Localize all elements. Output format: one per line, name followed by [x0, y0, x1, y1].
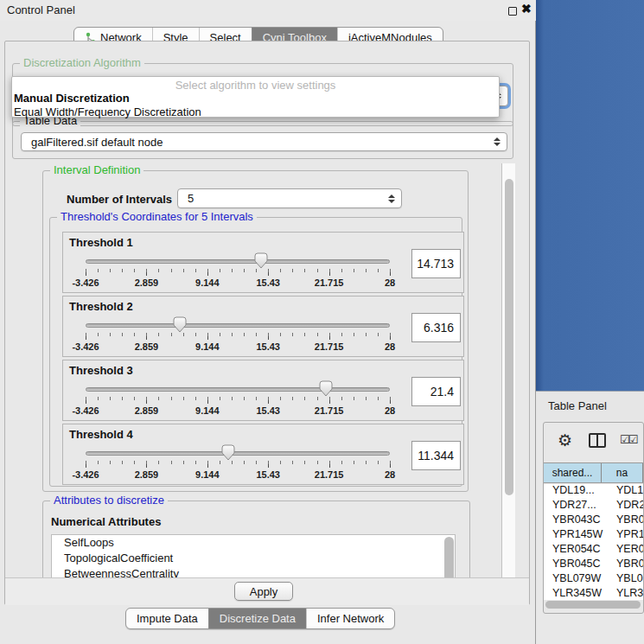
tick-label: 9.144 [195, 277, 220, 288]
tick-label: 28 [385, 341, 395, 352]
column-header[interactable]: na [602, 463, 643, 482]
table-row[interactable]: YDR27...YDR2 [544, 499, 643, 513]
tab-impute-data[interactable]: Impute Data [126, 609, 208, 628]
tick-label: 15.43 [256, 469, 280, 480]
tick-label: 21.715 [315, 405, 344, 416]
threshold-value-field[interactable]: 6.316 [411, 313, 461, 342]
tick-label: 15.43 [256, 405, 280, 416]
threshold-label: Threshold 1 [69, 236, 133, 249]
float-window-icon[interactable] [508, 7, 517, 16]
algorithm-dropdown-popup: Select algorithm to view settings Manual… [11, 76, 500, 118]
panel-title: Control Panel [7, 3, 75, 16]
num-intervals-label: Number of Intervals [67, 193, 172, 206]
table-panel-title: Table Panel [548, 399, 607, 412]
numerical-attributes-label: Numerical Attributes [51, 515, 161, 528]
table-hscrollbar[interactable] [545, 601, 641, 609]
tab-infer-network[interactable]: Infer Network [306, 609, 394, 628]
gear-icon[interactable]: ⚙ [558, 430, 572, 450]
tick-label: 9.144 [195, 405, 220, 416]
table-rows: YDL19...YDL1YDR27...YDR2YBR043CYBR0YPR14… [544, 484, 643, 600]
table-row[interactable]: YBL079WYBL0 [544, 572, 643, 587]
tick-label: 28 [385, 277, 395, 288]
attribute-item[interactable]: TopologicalCoefficient [52, 551, 455, 566]
table-header: shared...na [544, 462, 643, 483]
threshold-panel: Threshold 4-3.4262.8599.14415.4321.71528… [62, 424, 464, 485]
tick-label: 21.715 [315, 469, 344, 480]
table-data-combo[interactable]: galFiltered.sif default node [21, 132, 507, 151]
tick-label: 21.715 [315, 341, 344, 352]
threshold-value-field[interactable]: 21.4 [411, 377, 461, 406]
select-columns-icon[interactable]: ☑☑ [620, 433, 636, 446]
discretization-algorithm-title: Discretization Algorithm [20, 56, 144, 69]
table-toolbar: ⚙ ☑☑ [544, 423, 643, 461]
threshold-coordinates-group: Threshold's Coordinates for 5 Intervals … [49, 217, 462, 487]
table-row[interactable]: YDL19...YDL1 [544, 484, 643, 499]
tick-label: 2.859 [135, 405, 159, 416]
threshold-label: Threshold 4 [69, 428, 133, 441]
tick-label: -3.426 [72, 469, 99, 480]
threshold-panel: Threshold 3-3.4262.8599.14415.4321.71528… [62, 360, 464, 421]
apply-bar: Apply [5, 577, 529, 605]
attribute-item[interactable]: SelfLoops [52, 535, 455, 551]
table-row[interactable]: YLR345WYLR3 [544, 587, 643, 600]
settings-scrollbar-thumb[interactable] [505, 179, 513, 495]
tick-label: 2.859 [135, 341, 159, 352]
control-panel-titlebar: Control Panel ✖ [0, 0, 536, 21]
column-header[interactable]: shared... [544, 463, 602, 482]
attributes-list-scrollbar[interactable] [444, 537, 454, 578]
algorithm-hint: Select algorithm to view settings [12, 79, 499, 92]
settings-scrollpane: Interval Definition Number of Intervals … [12, 163, 515, 578]
settings-scrollbar[interactable] [501, 163, 515, 578]
slider-minor-ticks [86, 333, 391, 336]
close-icon[interactable]: ✖ [521, 2, 532, 16]
table-row[interactable]: YBR043CYBR0 [544, 513, 643, 528]
threshold-value-field[interactable]: 14.713 [411, 249, 461, 278]
slider-minor-ticks [86, 269, 391, 272]
numerical-attributes-list[interactable]: SelfLoopsTopologicalCoefficientBetweenne… [51, 534, 456, 578]
network-desktop: GAL80GAGAL11CGAL4GCY1HHAP2 [536, 0, 644, 391]
cyni-toolbox-panel: Discretization Algorithm Table Data galF… [4, 41, 530, 605]
interval-definition-group: Interval Definition Number of Intervals … [42, 170, 469, 492]
threshold-coordinates-title: Threshold's Coordinates for 5 Intervals [57, 210, 257, 223]
combo-arrows-icon [388, 194, 395, 203]
columns-icon[interactable] [589, 433, 606, 448]
slider-minor-ticks [86, 461, 391, 464]
tick-label: -3.426 [72, 277, 99, 288]
slider-minor-ticks [86, 397, 391, 400]
table-row[interactable]: YPR145WYPR1 [544, 528, 643, 543]
slider-thumb[interactable] [173, 316, 188, 334]
attribute-item[interactable]: BetweennessCentrality [52, 566, 455, 578]
table-row[interactable]: YER054CYER0 [544, 543, 643, 558]
threshold-label: Threshold 2 [69, 300, 133, 313]
algorithm-option[interactable]: Equal Width/Frequency Discretization [14, 105, 201, 118]
tick-label: 28 [385, 469, 395, 480]
tick-label: 2.859 [135, 277, 159, 288]
table-data-group: Table Data galFiltered.sif default node [12, 121, 513, 159]
combo-arrows-icon [494, 137, 501, 146]
num-intervals-combo[interactable]: 5 [177, 188, 402, 208]
attributes-title: Attributes to discretize [50, 494, 168, 507]
apply-button[interactable]: Apply [234, 582, 293, 601]
tick-label: 15.43 [256, 277, 280, 288]
slider-thumb[interactable] [221, 444, 236, 462]
tick-label: 2.859 [135, 469, 159, 480]
interval-definition-title: Interval Definition [50, 163, 143, 176]
slider-thumb[interactable] [254, 252, 269, 270]
tick-label: -3.426 [72, 405, 99, 416]
slider-track[interactable] [86, 259, 390, 264]
bottom-tab-bar: Impute DataDiscretize DataInfer Network [125, 608, 395, 629]
table-row[interactable]: YBR045CYBR0 [544, 558, 643, 572]
threshold-value-field[interactable]: 11.344 [411, 441, 461, 470]
algorithm-option[interactable]: Manual Discretization [14, 92, 130, 105]
tick-label: -3.426 [72, 341, 99, 352]
slider-thumb[interactable] [319, 380, 334, 398]
table-panel-titlebar: Table Panel [536, 391, 644, 420]
tick-label: 9.144 [195, 469, 220, 480]
tab-discretize-data[interactable]: Discretize Data [208, 609, 306, 628]
attributes-group: Attributes to discretize Numerical Attri… [42, 501, 470, 578]
slider-track[interactable] [86, 323, 390, 328]
tick-label: 21.715 [315, 277, 344, 288]
slider-track[interactable] [86, 451, 390, 456]
threshold-panel: Threshold 1-3.4262.8599.14415.4321.71528… [62, 232, 464, 293]
slider-track[interactable] [86, 387, 390, 392]
